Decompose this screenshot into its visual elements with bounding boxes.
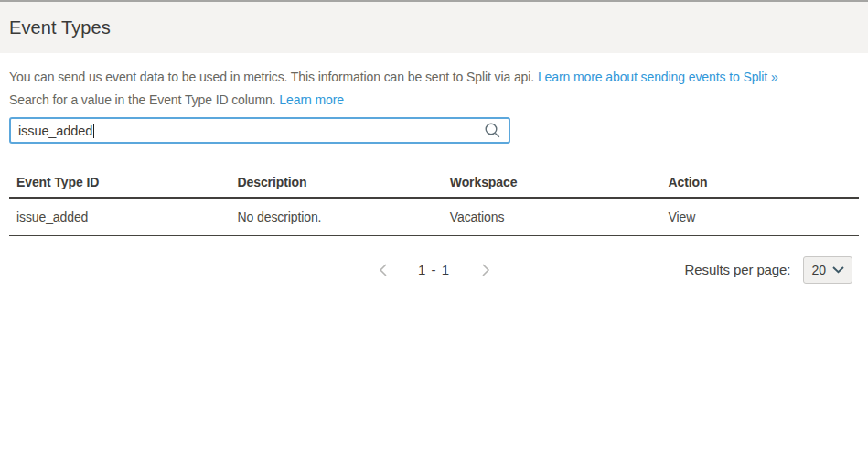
results-per-page-label: Results per page: (685, 262, 791, 277)
search-input-value: issue_added (18, 124, 92, 138)
pagination: 1 - 1 (375, 254, 493, 286)
event-types-table: Event Type ID Description Workspace Acti… (9, 168, 859, 236)
page-title: Event Types (9, 17, 111, 38)
column-header-workspace: Workspace (443, 168, 661, 198)
next-page-button[interactable] (477, 260, 493, 280)
chevron-right-icon (481, 264, 489, 276)
column-header-event-type-id: Event Type ID (9, 168, 230, 198)
column-header-description: Description (230, 168, 443, 198)
search-hint-paragraph: Search for a value in the Event Type ID … (9, 92, 859, 107)
prev-page-button[interactable] (375, 260, 391, 280)
intro-paragraph: You can send us event data to be used in… (9, 70, 859, 84)
cell-description: No description. (230, 198, 443, 235)
results-per-page: Results per page: 20 (685, 254, 852, 286)
search-icon[interactable] (484, 122, 501, 139)
cell-workspace: Vacations (443, 198, 661, 235)
table-row: issue_added No description. Vacations Vi… (9, 198, 859, 235)
chevron-left-icon (379, 264, 387, 276)
cell-event-type-id: issue_added (9, 198, 230, 235)
learn-more-sending-events-link[interactable]: Learn more about sending events to Split… (538, 70, 778, 84)
chevron-down-icon (832, 266, 844, 274)
page-header: Event Types (0, 2, 868, 53)
search-input[interactable]: issue_added (9, 117, 510, 144)
view-action-link[interactable]: View (661, 198, 859, 235)
column-header-action: Action (661, 168, 859, 198)
page-size-value: 20 (811, 263, 826, 277)
table-header-row: Event Type ID Description Workspace Acti… (9, 168, 859, 198)
content: You can send us event data to be used in… (0, 70, 868, 286)
intro-text: You can send us event data to be used in… (9, 70, 538, 84)
text-caret (93, 124, 94, 138)
learn-more-link[interactable]: Learn more (279, 92, 344, 107)
page-size-select[interactable]: 20 (803, 256, 852, 284)
page-range: 1 - 1 (418, 262, 450, 277)
search-hint-text: Search for a value in the Event Type ID … (9, 92, 279, 107)
pagination-bar: 1 - 1 Results per page: 20 (9, 254, 859, 286)
